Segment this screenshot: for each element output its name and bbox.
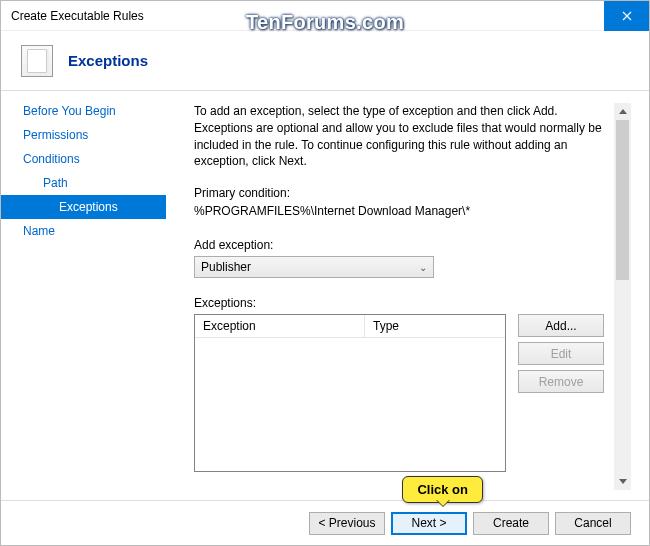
- exceptions-listbox[interactable]: Exception Type: [194, 314, 506, 472]
- column-exception[interactable]: Exception: [195, 315, 365, 337]
- column-type[interactable]: Type: [365, 315, 407, 337]
- window-title: Create Executable Rules: [11, 9, 144, 23]
- scroll-track[interactable]: [614, 120, 631, 473]
- add-exception-label: Add exception:: [194, 238, 604, 252]
- close-icon: [622, 11, 632, 21]
- instructions-text: To add an exception, select the type of …: [194, 103, 604, 170]
- content-area: Before You Begin Permissions Conditions …: [1, 91, 649, 500]
- titlebar: Create Executable Rules: [1, 1, 649, 31]
- primary-condition-value: %PROGRAMFILES%\Internet Download Manager…: [194, 204, 604, 218]
- sidebar-item-exceptions[interactable]: Exceptions: [1, 195, 166, 219]
- sidebar-item-permissions[interactable]: Permissions: [1, 123, 166, 147]
- sidebar-item-name[interactable]: Name: [1, 219, 166, 243]
- sidebar-item-conditions[interactable]: Conditions: [1, 147, 166, 171]
- sidebar-item-before-you-begin[interactable]: Before You Begin: [1, 99, 166, 123]
- scroll-thumb[interactable]: [616, 120, 629, 280]
- exceptions-list-label: Exceptions:: [194, 296, 604, 310]
- close-button[interactable]: [604, 1, 649, 31]
- main-panel: To add an exception, select the type of …: [166, 91, 649, 500]
- wizard-header: Exceptions: [1, 31, 649, 91]
- vertical-scrollbar[interactable]: [614, 103, 631, 490]
- add-exception-select[interactable]: Publisher ⌄: [194, 256, 434, 278]
- wizard-sidebar: Before You Begin Permissions Conditions …: [1, 91, 166, 500]
- add-button[interactable]: Add...: [518, 314, 604, 337]
- previous-button[interactable]: < Previous: [309, 512, 385, 535]
- document-icon: [21, 45, 53, 77]
- scroll-down-icon[interactable]: [614, 473, 631, 490]
- primary-condition-label: Primary condition:: [194, 186, 604, 200]
- add-exception-value: Publisher: [201, 260, 251, 274]
- annotation-callout: Click on: [402, 476, 483, 503]
- edit-button: Edit: [518, 342, 604, 365]
- wizard-footer: < Previous Next > Create Cancel: [1, 500, 649, 545]
- page-title: Exceptions: [68, 52, 148, 69]
- scroll-up-icon[interactable]: [614, 103, 631, 120]
- sidebar-item-path[interactable]: Path: [1, 171, 166, 195]
- next-button[interactable]: Next >: [391, 512, 467, 535]
- remove-button: Remove: [518, 370, 604, 393]
- chevron-down-icon: ⌄: [419, 262, 427, 273]
- exceptions-columns: Exception Type: [195, 315, 505, 338]
- cancel-button[interactable]: Cancel: [555, 512, 631, 535]
- create-button[interactable]: Create: [473, 512, 549, 535]
